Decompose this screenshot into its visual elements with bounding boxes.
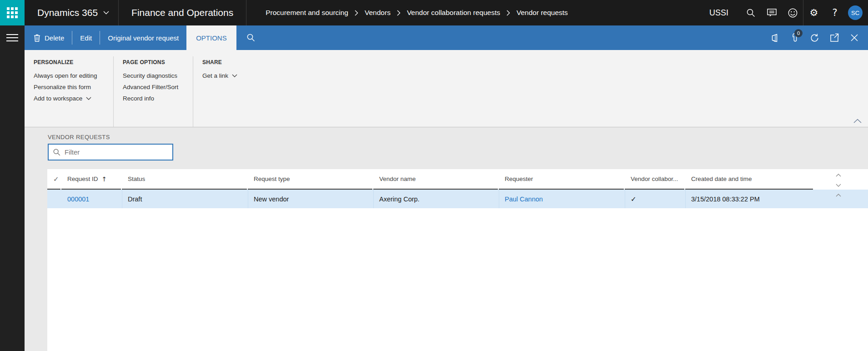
hamburger-icon [6, 34, 18, 35]
options-group-title: PAGE OPTIONS [123, 59, 193, 65]
topbar-divider [246, 0, 246, 25]
chevron-up-icon [836, 194, 841, 197]
open-in-new-window-button[interactable] [824, 25, 844, 50]
filter-input[interactable] [65, 148, 168, 156]
action-bar: Delete Edit Original vendor request OPTI… [25, 25, 868, 50]
tab-options[interactable]: OPTIONS [186, 25, 236, 50]
avatar[interactable]: SC [848, 5, 863, 20]
add-to-workspace-item[interactable]: Add to workspace [34, 93, 113, 104]
column-header-created-date[interactable]: Created date and time [685, 169, 813, 190]
item-label: Personalize this form [34, 82, 91, 92]
breadcrumb: Procurement and sourcing Vendors Vendor … [266, 9, 568, 17]
requester-link[interactable]: Paul Cannon [505, 196, 543, 203]
search-icon [747, 9, 755, 17]
office-button[interactable] [764, 25, 784, 50]
edit-button-label: Edit [80, 34, 92, 42]
waffle-icon [7, 7, 18, 18]
attachments-count-badge: 0 [794, 29, 803, 37]
edit-button[interactable]: Edit [72, 25, 100, 50]
breadcrumb-item[interactable]: Vendor collaboration requests [407, 9, 500, 17]
breadcrumb-item[interactable]: Vendors [365, 9, 391, 17]
column-header-vendor-collaboration[interactable]: Vendor collabor... [625, 169, 684, 190]
column-label: Request ID [67, 176, 98, 182]
item-label: Security diagnostics [123, 70, 177, 81]
help-button[interactable]: ? [824, 0, 845, 25]
personalize-this-form-item[interactable]: Personalize this form [34, 82, 113, 92]
table-row[interactable]: 000001 Draft New vendor Axering Corp. Pa… [47, 190, 868, 208]
get-a-link-item[interactable]: Get a link [202, 70, 293, 81]
actionbar-search-button[interactable] [236, 25, 266, 50]
column-header-request-id[interactable]: Request ID ↑ [61, 169, 121, 190]
chevron-up-icon [836, 174, 841, 177]
item-label: Advanced Filter/Sort [123, 82, 178, 92]
chevron-right-icon [355, 10, 358, 16]
chevron-right-icon [507, 10, 510, 16]
item-label: Record info [123, 93, 154, 104]
delete-button[interactable]: Delete [25, 25, 72, 50]
search-button[interactable] [740, 0, 761, 25]
page-content: VENDOR REQUESTS ✓ Request ID ↑ Status Re… [25, 127, 868, 351]
select-all-check-icon: ✓ [53, 175, 59, 183]
module-name[interactable]: Finance and Operations [119, 0, 246, 25]
delete-button-label: Delete [45, 34, 64, 42]
gear-icon: ⚙ [810, 8, 818, 18]
trash-icon [34, 34, 40, 42]
advanced-filter-sort-item[interactable]: Advanced Filter/Sort [123, 82, 193, 92]
item-label: Add to workspace [34, 93, 82, 104]
request-id-link[interactable]: 000001 [67, 196, 89, 203]
column-header-status[interactable]: Status [122, 169, 247, 190]
original-vendor-request-label: Original vendor request [108, 34, 179, 42]
office-icon [771, 34, 778, 42]
column-label: Vendor collabor... [631, 176, 678, 182]
table-header-row: ✓ Request ID ↑ Status Request type Vendo… [47, 169, 868, 190]
status-cell: Draft [122, 190, 248, 208]
column-label: Vendor name [379, 176, 416, 182]
vendor-name-cell: Axering Corp. [373, 190, 499, 208]
original-vendor-request-button[interactable]: Original vendor request [100, 25, 186, 50]
options-group-share: SHARE Get a link [193, 56, 293, 127]
feedback-button[interactable] [782, 0, 803, 25]
always-open-for-editing-item[interactable]: Always open for editing [34, 70, 113, 81]
options-panel: PERSONALIZE Always open for editing Pers… [25, 50, 868, 127]
nav-menu-button[interactable] [0, 25, 25, 50]
column-header-requester[interactable]: Requester [499, 169, 624, 190]
product-menu[interactable]: Dynamics 365 [25, 0, 118, 25]
search-icon [247, 34, 255, 42]
options-group-page-options: PAGE OPTIONS Security diagnostics Advanc… [114, 56, 193, 127]
app-launcher-button[interactable] [0, 0, 25, 25]
scroll-down-button[interactable] [834, 180, 843, 190]
column-header-request-type[interactable]: Request type [248, 169, 372, 190]
column-header-vendor-name[interactable]: Vendor name [373, 169, 498, 190]
security-diagnostics-item[interactable]: Security diagnostics [123, 70, 193, 81]
collapse-panel-button[interactable] [853, 117, 862, 125]
breadcrumb-item-current[interactable]: Vendor requests [517, 9, 568, 17]
attachments-button[interactable]: 0 [784, 25, 804, 50]
item-label: Always open for editing [34, 70, 97, 81]
vendor-collab-checkmark-icon: ✓ [631, 195, 637, 203]
created-date-cell: 3/15/2018 08:33:22 PM [685, 190, 813, 208]
scroll-top-button[interactable] [834, 190, 843, 200]
sort-ascending-icon: ↑ [102, 176, 107, 183]
refresh-button[interactable] [804, 25, 824, 50]
chevron-down-icon [232, 74, 237, 78]
vendor-collaboration-cell: ✓ [625, 190, 685, 208]
row-select-cell[interactable] [47, 190, 61, 208]
company-selector[interactable]: USSI [709, 8, 728, 18]
close-button[interactable] [844, 25, 864, 50]
column-label: Created date and time [691, 176, 752, 182]
help-icon: ? [832, 8, 837, 18]
top-navigation-bar: Dynamics 365 Finance and Operations Proc… [0, 0, 868, 25]
page-title: VENDOR REQUESTS [48, 134, 110, 140]
breadcrumb-item[interactable]: Procurement and sourcing [266, 9, 348, 17]
record-info-item[interactable]: Record info [123, 93, 193, 104]
options-group-title: SHARE [202, 59, 293, 65]
options-group-title: PERSONALIZE [34, 59, 113, 65]
scroll-up-button[interactable] [834, 170, 843, 180]
product-name: Dynamics 365 [37, 7, 98, 18]
settings-button[interactable]: ⚙ [803, 0, 824, 25]
side-strip [0, 25, 25, 351]
messages-button[interactable] [761, 0, 782, 25]
select-all-header[interactable]: ✓ [47, 169, 60, 190]
options-tab-label: OPTIONS [196, 34, 227, 42]
item-label: Get a link [202, 70, 228, 81]
